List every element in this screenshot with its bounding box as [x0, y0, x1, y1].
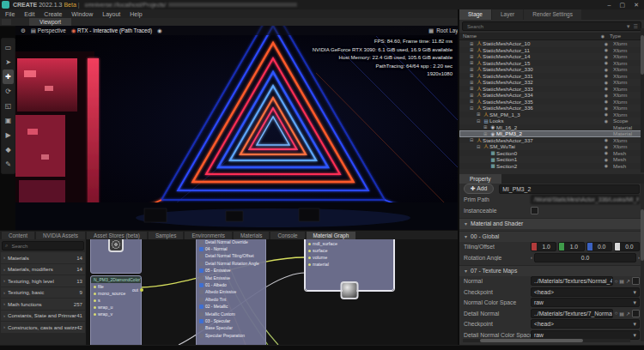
visibility-eye[interactable]	[599, 112, 613, 117]
library-category[interactable]: › Constructors, casts and swizzles 42	[1, 322, 85, 333]
visibility-eye[interactable]	[599, 106, 613, 111]
node-param-row[interactable]: Mat Emissive	[197, 275, 265, 281]
normal-path-field[interactable]: ../Materials/Textures/Normal_4K_shr	[531, 276, 613, 286]
library-category[interactable]: › Math functions 257	[1, 299, 85, 310]
stage-panel-tab[interactable]: Render Settings	[524, 9, 581, 20]
node-pin[interactable]: wrap_u	[91, 304, 141, 311]
graph-node-material-output[interactable]: displacementmdl_surfacesurfacevolumemate…	[305, 239, 394, 291]
detail-normal-enable-checkbox[interactable]	[632, 310, 640, 317]
property-vscrollbar-thumb[interactable]	[641, 209, 644, 261]
expand-twisty-icon[interactable]: ⊞	[470, 41, 476, 46]
stepper-left-icon[interactable]: ‹	[531, 255, 532, 260]
stage-row[interactable]: ⊞ StaticMeshActor_10 Xform	[459, 40, 644, 47]
expand-twisty-icon[interactable]: ⊞	[470, 60, 476, 65]
stage-row[interactable]: ⊞ StaticMeshActor_334 Xform	[459, 92, 644, 99]
tiling-y-field[interactable]: 1.0	[558, 242, 584, 251]
node-param-row[interactable]: Albedo Tint	[197, 296, 265, 303]
visibility-eye[interactable]	[599, 93, 613, 98]
expand-twisty-icon[interactable]: ⊞	[470, 47, 476, 52]
window-close-button[interactable]: ✕	[634, 2, 639, 9]
expand-twisty-icon[interactable]: ⊞	[483, 124, 489, 130]
stage-row[interactable]: ⊞ StaticMeshActor_332 Xform	[459, 79, 644, 86]
viewport-tool-button[interactable]: ⟳	[3, 84, 14, 99]
viewport-tool-button[interactable]: ▶	[3, 128, 14, 142]
visibility-eye[interactable]	[599, 47, 613, 52]
stage-panel-tab[interactable]: Stage	[459, 9, 491, 20]
stage-panel-tab[interactable]: Layer	[492, 9, 523, 20]
visibility-eye[interactable]	[599, 137, 613, 142]
open-external-icon[interactable]: ↗	[626, 278, 630, 284]
graph-node-material-params[interactable]: Detail Normal Override 04 - Normal Detai…	[196, 239, 266, 345]
window-maximize-button[interactable]: ▢	[620, 2, 626, 9]
expand-twisty-icon[interactable]: ⊞	[470, 80, 476, 85]
node-pin[interactable]: mdl_surface	[306, 240, 393, 247]
menu-item[interactable]: Window	[71, 11, 93, 17]
property-vscrollbar[interactable]	[641, 184, 644, 341]
stage-row[interactable]: Section2 Mesh	[459, 163, 644, 170]
expand-twisty-icon[interactable]: ⊞	[470, 99, 476, 104]
viewport-tool-button[interactable]: ✚	[3, 69, 14, 84]
renderer-selector[interactable]: ◉ RTX - Interactive (Path Traced)	[71, 27, 152, 34]
expand-twisty-icon[interactable]: ⊞	[470, 86, 476, 91]
node-param-row[interactable]: 05 - Emissive	[197, 268, 265, 275]
stage-row[interactable]: ⊞ StaticMeshActor_15 Xform	[459, 60, 644, 67]
tab-viewport[interactable]: Viewport	[29, 18, 71, 26]
window-minimize-button[interactable]: –	[608, 2, 611, 9]
stage-row[interactable]: ⊞ StaticMeshActor_331 Xform	[459, 73, 644, 80]
stage-scrollbar-thumb[interactable]	[641, 35, 644, 75]
stage-row[interactable]: ⊟ StaticMeshActor_336 Xform	[459, 105, 644, 112]
visibility-eye[interactable]	[599, 60, 613, 65]
node-param-row[interactable]: Metallic Custom	[197, 311, 265, 317]
options-menu-icon[interactable]: ☰	[634, 23, 638, 29]
expand-twisty-icon[interactable]: ⊞	[470, 73, 476, 78]
visibility-column-eye-icon[interactable]: ◉	[596, 33, 610, 39]
stage-row[interactable]: ⊞ StaticMeshActor_11 Xform	[459, 47, 644, 54]
stage-row[interactable]: ⊞ StaticMeshActor_330 Xform	[459, 66, 644, 73]
picker-icon[interactable]: ○	[615, 279, 618, 284]
visibility-eye[interactable]	[599, 144, 613, 149]
library-category[interactable]: › Materials 14	[1, 252, 85, 263]
menu-item[interactable]: Edit	[24, 11, 34, 17]
expand-twisty-icon[interactable]: ⊞	[470, 93, 476, 98]
type-column-header[interactable]: Type	[610, 33, 641, 39]
node-pin[interactable]: s	[91, 297, 141, 304]
node-output-pin[interactable]: out	[132, 287, 140, 293]
visibility-eye[interactable]	[599, 41, 613, 46]
visibility-eye-icon[interactable]: ◉	[157, 27, 162, 34]
filter-icon[interactable]: ▼	[626, 24, 631, 29]
checkpoint-dropdown[interactable]: <head>▾	[531, 319, 640, 329]
checkpoint-dropdown[interactable]: <head>▾	[531, 287, 640, 297]
stage-scrollbar[interactable]	[641, 28, 644, 172]
visibility-eye[interactable]	[599, 157, 613, 162]
node-pin[interactable]: volume	[306, 254, 393, 261]
camera-selector[interactable]: ▤ Perspective	[31, 27, 66, 34]
visibility-eye[interactable]	[599, 118, 613, 124]
visibility-eye[interactable]	[599, 99, 613, 104]
node-param-row[interactable]: 03 - Specular	[197, 317, 265, 324]
node-param-row[interactable]: 01 - Albedo	[197, 281, 265, 288]
node-pin[interactable]: wrap_v	[91, 311, 141, 317]
menu-item[interactable]: File	[5, 11, 15, 17]
tiling-x-field[interactable]: 1.0	[531, 242, 556, 251]
visibility-eye[interactable]	[599, 80, 613, 85]
node-param-row[interactable]: Detail Normal Tiling/Offset	[197, 253, 265, 260]
expand-twisty-icon[interactable]: ⊟	[470, 137, 476, 142]
add-property-button[interactable]: ✚ Add	[464, 184, 494, 194]
node-param-row[interactable]: Albedo Emissive	[197, 289, 265, 296]
node-param-row[interactable]: 04 - Normal	[197, 245, 265, 252]
detail-normal-path-field[interactable]: ../Materials/Textures/7_Normal.png	[531, 309, 613, 318]
tab-property[interactable]: Property	[459, 174, 501, 184]
stage-row[interactable]: Section0 Mesh	[459, 150, 644, 157]
tiling-z-field[interactable]: 0.0	[586, 242, 612, 251]
node-pin[interactable]: material	[306, 261, 393, 268]
menu-item[interactable]: Layout	[102, 11, 120, 17]
visibility-eye[interactable]	[599, 86, 613, 91]
picker-icon[interactable]: ○	[615, 311, 618, 316]
property-hscrollbar[interactable]	[463, 339, 630, 342]
section-texture-maps[interactable]: ▾ 07 - Texture Maps	[459, 265, 644, 276]
stage-row[interactable]: ⊞ MI_16_2 Material	[459, 124, 644, 131]
stage-row[interactable]: ⊟ SM_WuTai Xform	[459, 143, 644, 150]
viewport-settings-gear-icon[interactable]: ⚙	[21, 27, 26, 34]
library-category[interactable]: › Materials, modifiers 14	[1, 264, 85, 275]
node-param-row[interactable]: Detail Normal Override	[197, 239, 265, 245]
